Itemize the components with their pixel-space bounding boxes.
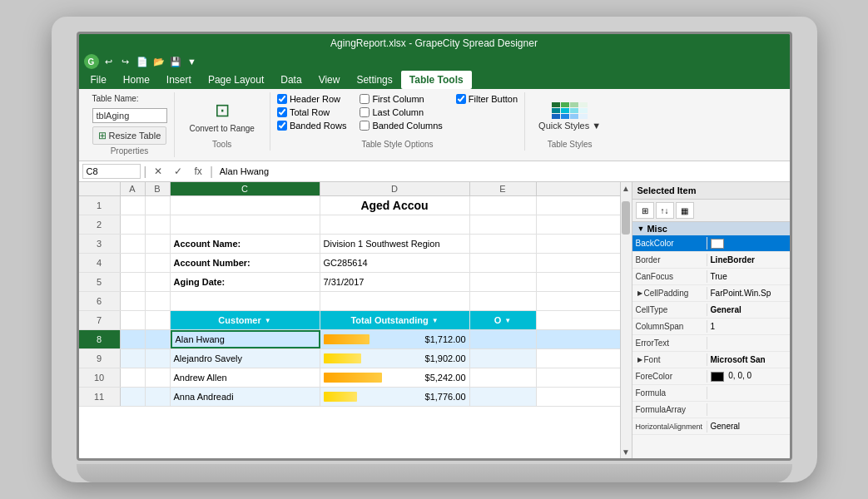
panel-row-columnspan[interactable]: ColumnSpan 1 [632,319,790,335]
cell-9e[interactable] [470,349,537,368]
cell-3a[interactable] [121,235,146,253]
cell-11a[interactable] [121,388,146,406]
col-e-dropdown-icon[interactable]: ▼ [504,317,511,324]
scroll-up-btn[interactable]: ▲ [622,184,630,193]
cell-2a[interactable] [121,215,146,234]
menu-file[interactable]: File [82,71,115,89]
convert-to-range-btn[interactable]: ⊡ Convert to Range [181,95,263,138]
cell-6c[interactable] [171,292,320,310]
cell-11c[interactable]: Anna Andreadi [171,388,320,406]
save-icon[interactable]: 💾 [169,55,182,68]
quick-styles-btn[interactable]: Quick Styles ▼ [532,99,608,134]
cell-3e[interactable] [470,235,537,253]
scroll-thumb[interactable] [622,201,630,235]
cell-4c[interactable]: Account Number: [171,254,320,272]
first-column-check[interactable]: First Column [360,94,442,104]
panel-row-formulaarray[interactable]: FormulaArray [632,402,790,418]
new-icon[interactable]: 📄 [136,55,149,68]
panel-sort-btn[interactable]: ↑↓ [656,202,674,219]
function-btn[interactable]: fx [190,163,206,180]
menu-view[interactable]: View [310,71,349,89]
banded-columns-check[interactable]: Banded Columns [360,121,442,131]
panel-row-celltype[interactable]: CellType General [632,302,790,319]
panel-row-forecolor[interactable]: ForeColor 0, 0, 0 [632,368,790,385]
formula-input[interactable] [216,165,786,178]
filter-button-check[interactable]: Filter Button [456,94,518,104]
cell-7b[interactable] [146,311,171,329]
cell-4b[interactable] [146,254,171,272]
resize-table-btn[interactable]: ⊞ Resize Table [92,126,167,145]
last-column-check[interactable]: Last Column [360,107,442,117]
cell-3d[interactable]: Division 1 Southwest Region [320,235,470,253]
cell-9a[interactable] [121,349,146,368]
menu-table-tools[interactable]: Table Tools [401,71,472,89]
panel-row-font[interactable]: ▶Font Microsoft San [632,352,790,368]
redo-icon[interactable]: ↪ [119,55,132,68]
cell-10c[interactable]: Andrew Allen [171,368,320,387]
cell-2c[interactable] [171,215,320,234]
menu-insert[interactable]: Insert [158,71,200,89]
cell-1c[interactable] [171,196,320,215]
panel-row-halign[interactable]: HorizontalAlignment General [632,418,790,435]
undo-icon[interactable]: ↩ [102,55,116,68]
cell-6b[interactable] [146,292,171,310]
header-row-check[interactable]: Header Row [277,94,347,104]
cell-8b[interactable] [146,330,171,348]
cell-11d[interactable]: $1,776.00 [320,388,470,406]
cell-10e[interactable] [470,368,537,387]
panel-row-errortext[interactable]: ErrorText [632,335,790,352]
cell-11e[interactable] [470,388,537,406]
cell-5c[interactable]: Aging Date: [171,273,320,291]
panel-row-border[interactable]: Border LineBorder [632,252,790,269]
cell-7c-customer[interactable]: Customer ▼ [171,311,320,329]
cell-4e[interactable] [470,254,537,272]
cell-1b[interactable] [146,196,171,215]
total-row-check[interactable]: Total Row [277,107,347,117]
cell-11b[interactable] [146,388,171,406]
cell-6d[interactable] [320,292,470,310]
table-name-input[interactable] [92,108,167,123]
panel-row-backcolor[interactable]: BackColor [632,235,790,252]
cell-3c[interactable]: Account Name: [171,235,320,253]
vertical-scrollbar[interactable]: ▲ ▼ [620,182,632,458]
cell-10b[interactable] [146,368,171,387]
cell-2e[interactable] [470,215,537,234]
cell-8c[interactable]: Alan Hwang [171,330,320,348]
cell-7d-total[interactable]: Total Outstanding ▼ [320,311,470,329]
confirm-formula-btn[interactable]: ✓ [170,163,186,180]
cell-9d[interactable]: $1,902.00 [320,349,470,368]
cell-5e[interactable] [470,273,537,291]
cell-6a[interactable] [121,292,146,310]
cancel-formula-btn[interactable]: ✕ [150,163,166,180]
cell-8e[interactable] [470,330,537,348]
cell-9b[interactable] [146,349,171,368]
cell-2b[interactable] [146,215,171,234]
cell-7e[interactable]: O ▼ [470,311,537,329]
panel-row-cellpadding[interactable]: ▶CellPadding FarPoint.Win.Sp [632,285,790,302]
cell-5b[interactable] [146,273,171,291]
cell-1a[interactable] [121,196,146,215]
panel-row-canfocus[interactable]: CanFocus True [632,269,790,285]
cell-3b[interactable] [146,235,171,253]
menu-data[interactable]: Data [272,71,310,89]
cell-10d[interactable]: $5,242.00 [320,368,470,387]
open-icon[interactable]: 📂 [152,55,166,68]
cell-1e[interactable] [470,196,537,215]
dropdown-icon[interactable]: ▼ [186,55,199,68]
banded-rows-check[interactable]: Banded Rows [277,121,347,131]
cell-6e[interactable] [470,292,537,310]
panel-table-btn[interactable]: ▦ [676,202,694,219]
panel-grid-btn[interactable]: ⊞ [636,202,654,219]
total-dropdown-icon[interactable]: ▼ [432,317,439,324]
customer-dropdown-icon[interactable]: ▼ [265,317,271,324]
cell-5d[interactable]: 7/31/2017 [320,273,470,291]
cell-4d[interactable]: GC285614 [320,254,470,272]
menu-page-layout[interactable]: Page Layout [200,71,272,89]
cell-10a[interactable] [121,368,146,387]
panel-row-formula[interactable]: Formula [632,385,790,402]
menu-home[interactable]: Home [115,71,158,89]
cell-1d[interactable]: Aged Accou [320,196,470,215]
cell-reference-input[interactable] [82,164,141,179]
cell-8d[interactable]: $1,712.00 [320,330,470,348]
scroll-down-btn[interactable]: ▼ [622,447,630,457]
